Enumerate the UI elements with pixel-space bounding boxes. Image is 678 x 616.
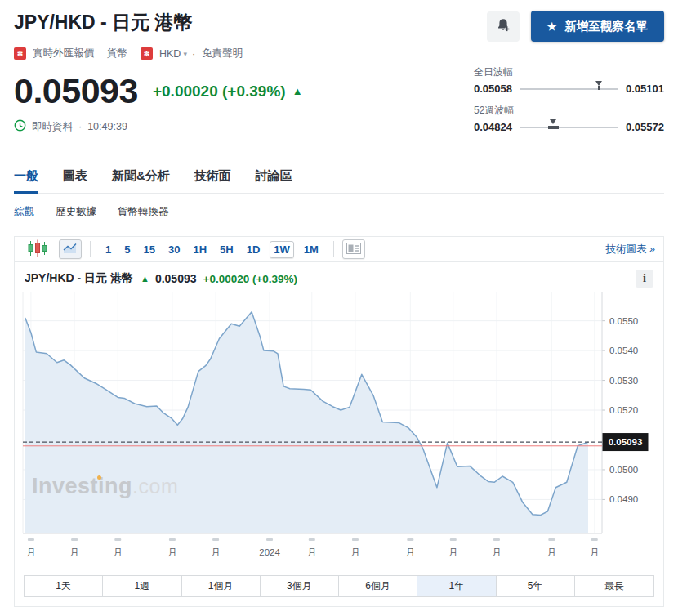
chevron-down-icon: ▾ <box>183 50 187 58</box>
svg-text:0.0540: 0.0540 <box>609 346 638 355</box>
range-5y[interactable]: 5年 <box>497 576 575 596</box>
range-6m[interactable]: 6個月 <box>339 576 417 596</box>
day-range-label: 全日波幅 <box>474 65 664 79</box>
range-1y[interactable]: 1年 <box>417 576 496 596</box>
bell-plus-icon <box>495 17 511 36</box>
currency-dropdown[interactable]: HKD <box>159 48 181 60</box>
header-actions: ★ 新增至觀察名單 <box>487 11 664 42</box>
time-axis-labels: 月月月月月2024月月月月月月月 <box>26 538 599 557</box>
time-separator: · <box>78 121 82 132</box>
interval-30[interactable]: 30 <box>168 243 180 256</box>
interval-1h[interactable]: 1H <box>193 243 207 256</box>
page-header: JPY/HKD - 日元 港幣 ★ 新增至觀察名單 <box>14 0 664 42</box>
tab-general[interactable]: 一般 <box>14 168 38 194</box>
instrument-type-link[interactable]: 貨幣 <box>107 47 127 60</box>
chart-header: JPY/HKD - 日元 港幣 ▲ 0.05093 +0.00020 (+0.3… <box>15 262 663 292</box>
interval-1d[interactable]: 1D <box>247 243 261 256</box>
area-chart-icon <box>63 243 78 257</box>
svg-text:月: 月 <box>114 547 123 557</box>
up-arrow-icon: ▲ <box>292 85 303 97</box>
quote-page: JPY/HKD - 日元 港幣 ★ 新增至觀察名單 ✽ 實時外匯報價 <box>0 0 678 607</box>
range-stats: 全日波幅 0.05058 0.05101 52週波幅 0.04824 0.055… <box>474 65 664 142</box>
range-1w[interactable]: 1週 <box>103 576 181 596</box>
interval-1[interactable]: 1 <box>105 243 111 256</box>
quote-time: 10:49:39 <box>87 121 127 132</box>
chart-up-arrow-icon: ▲ <box>141 274 149 283</box>
week52-range-marker <box>550 119 556 124</box>
chart-title: JPY/HKD - 日元 港幣 <box>25 271 133 286</box>
week52-range-label: 52週波幅 <box>474 104 664 118</box>
svg-text:月: 月 <box>211 547 221 557</box>
svg-text:月: 月 <box>69 547 79 557</box>
candlestick-icon <box>27 239 48 260</box>
range-3m[interactable]: 3個月 <box>261 576 339 596</box>
create-alert-button[interactable] <box>487 11 520 42</box>
tab-technical[interactable]: 技術面 <box>194 168 231 193</box>
toolbar-separator <box>333 241 334 257</box>
time-range-buttons: 1天1週1個月3個月6個月1年5年最長 <box>24 575 654 597</box>
range-max[interactable]: 最長 <box>575 576 653 596</box>
toolbar-separator <box>90 241 91 257</box>
svg-text:月: 月 <box>350 547 360 557</box>
svg-text:0.0490: 0.0490 <box>609 494 638 504</box>
day-range-track <box>520 88 618 90</box>
week52-range-high: 0.05572 <box>626 121 664 133</box>
news-panel-icon <box>346 243 361 257</box>
star-icon: ★ <box>547 20 557 33</box>
price-change: +0.00020 (+0.39%) ▲ <box>153 83 303 100</box>
range-1m[interactable]: 1個月 <box>182 576 261 596</box>
chart-card: 1515301H5H1D1W1M 技術圖表 » JPY/HKD - 日元 港幣 … <box>14 236 664 607</box>
price-chart[interactable]: 0.05500.05400.05300.05200.05100.05000.04… <box>15 292 663 562</box>
subtab-historical-data[interactable]: 歷史數據 <box>56 205 96 219</box>
svg-text:月: 月 <box>167 547 177 557</box>
instrument-meta: ✽ 實時外匯報價 貨幣 ✽ HKD ▾ · 免責聲明 <box>14 47 664 60</box>
tab-charts[interactable]: 圖表 <box>63 168 87 193</box>
tab-news-analysis[interactable]: 新聞&分析 <box>112 168 170 193</box>
hk-flag-icon: ✽ <box>141 47 153 60</box>
chart-area: 0.05500.05400.05300.05200.05100.05000.04… <box>15 292 663 565</box>
day-range-marker-stem <box>598 86 600 90</box>
svg-text:0.0550: 0.0550 <box>609 316 638 326</box>
candlestick-chart-button[interactable] <box>23 239 52 259</box>
chart-change: +0.00020 (+0.39%) <box>203 273 298 285</box>
interval-15[interactable]: 15 <box>143 243 154 256</box>
svg-text:0.0500: 0.0500 <box>609 465 638 475</box>
range-1d[interactable]: 1天 <box>25 576 103 596</box>
svg-text:0.05093: 0.05093 <box>609 437 643 447</box>
current-price-label: 0.05093 <box>603 433 649 451</box>
week52-range-low: 0.04824 <box>474 121 512 133</box>
week52-range-marker-bar <box>548 126 559 129</box>
quote-type-label: 實時外匯報價 <box>33 47 94 60</box>
chart-price: 0.05093 <box>155 272 197 285</box>
area-chart-button[interactable] <box>59 239 82 259</box>
disclaimer-link[interactable]: 免責聲明 <box>202 47 243 60</box>
svg-text:月: 月 <box>448 547 458 557</box>
sub-tabs: 綜觀歷史數據貨幣轉換器 <box>14 205 664 219</box>
news-overlay-button[interactable] <box>342 239 365 259</box>
svg-text:0.0520: 0.0520 <box>609 405 638 415</box>
info-icon[interactable]: i <box>636 270 653 288</box>
technical-chart-link[interactable]: 技術圖表 » <box>606 243 655 257</box>
clock-icon <box>14 119 26 134</box>
tab-discussions[interactable]: 討論區 <box>256 168 292 193</box>
svg-text:月: 月 <box>590 547 600 557</box>
last-price: 0.05093 <box>14 74 138 109</box>
price-change-value: +0.00020 (+0.39%) <box>153 83 286 100</box>
svg-text:月: 月 <box>492 547 502 557</box>
interval-group: 1515301H5H1D1W1M <box>99 241 325 258</box>
interval-5[interactable]: 5 <box>124 243 130 256</box>
realtime-label: 即時資料 <box>32 120 73 134</box>
interval-1m[interactable]: 1M <box>304 243 319 256</box>
week52-range-row: 0.04824 0.05572 <box>474 121 664 133</box>
meta-separator: · <box>192 48 195 60</box>
interval-1w[interactable]: 1W <box>270 241 294 258</box>
page-title: JPY/HKD - 日元 港幣 <box>14 11 193 33</box>
subtab-overview[interactable]: 綜觀 <box>14 205 34 219</box>
subtab-currency-converter[interactable]: 貨幣轉換器 <box>118 205 169 219</box>
area-fill <box>25 312 588 533</box>
watchlist-button-label: 新增至觀察名單 <box>565 19 649 34</box>
chart-toolbar: 1515301H5H1D1W1M 技術圖表 » <box>15 237 663 262</box>
add-to-watchlist-button[interactable]: ★ 新增至觀察名單 <box>531 11 664 42</box>
interval-5h[interactable]: 5H <box>220 243 234 256</box>
svg-text:月: 月 <box>547 547 557 557</box>
